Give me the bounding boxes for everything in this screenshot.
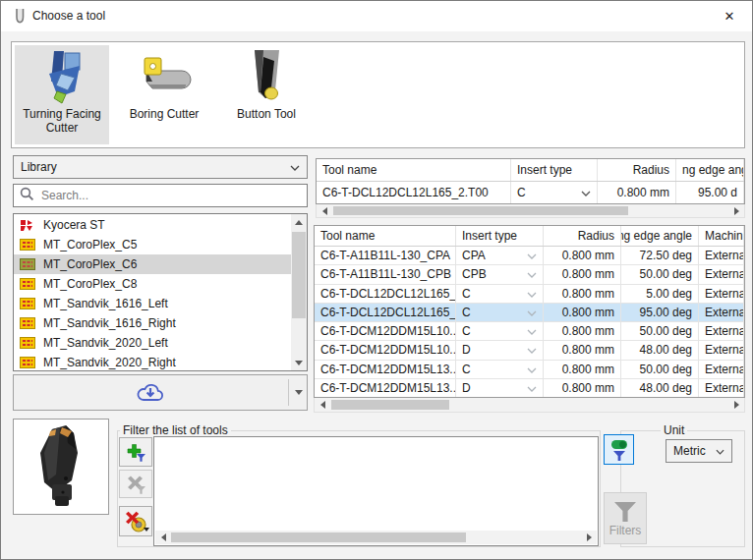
add-filter-button[interactable]	[119, 437, 152, 467]
tool-type-turning-facing-cutter[interactable]: Turning Facing Cutter	[15, 45, 109, 144]
tool-photo	[23, 423, 99, 510]
library-list: Kyocera STMT_CoroPlex_C5MT_CoroPlex_C6MT…	[13, 213, 308, 371]
library-item[interactable]: MT_CoroPlex_C5	[14, 235, 291, 254]
library-dropdown-value: Library	[21, 160, 57, 174]
scrollbar-thumb[interactable]	[331, 400, 449, 410]
column-header[interactable]: Insert type	[511, 159, 598, 181]
library-item[interactable]: MT_Sandvik_2020_Left	[14, 333, 291, 353]
column-header[interactable]: Tool name	[317, 159, 511, 181]
scroll-right-icon[interactable]	[728, 204, 744, 217]
column-header[interactable]: Machin	[699, 226, 744, 246]
column-header[interactable]: Insert type	[456, 226, 544, 246]
tool-type-button-tool[interactable]: Button Tool	[219, 45, 314, 144]
search-placeholder: Search...	[41, 189, 88, 202]
cell-radius: 0.800 mm	[544, 285, 621, 303]
cell-insert-type-dropdown[interactable]: C	[456, 361, 544, 378]
filter-list-hscrollbar[interactable]	[155, 531, 597, 544]
library-item[interactable]: MT_Sandvik_1616_Right	[14, 313, 291, 333]
scroll-down-icon[interactable]	[291, 355, 307, 370]
insert-type-value: D	[462, 381, 471, 395]
library-dropdown[interactable]: Library	[13, 155, 308, 179]
tool-type-panel: Turning Facing CutterBoring CutterButton…	[11, 41, 745, 148]
cell-machining: Externa	[699, 304, 744, 321]
scrollbar-thumb[interactable]	[333, 206, 628, 215]
tools-table-hscrollbar[interactable]	[314, 398, 745, 413]
library-item[interactable]: Kyocera ST	[14, 215, 291, 235]
cell-edge-angle: 5.00 deg	[621, 285, 699, 303]
library-flag-icon	[20, 298, 35, 309]
remove-filter-button[interactable]	[119, 470, 152, 498]
cell-insert-type-dropdown[interactable]: D	[456, 379, 544, 397]
cell-tool-name: C6-T-DCM12DDM15L10...	[315, 322, 456, 340]
filters-button[interactable]: Filters	[604, 492, 647, 544]
insert-type-value: C	[517, 186, 526, 199]
tool-type-boring-cutter[interactable]: Boring Cutter	[117, 45, 211, 144]
tool-row[interactable]: C6-T-DCM12DDM15L13...C0.800 mm50.00 degE…	[315, 361, 744, 379]
chevron-down-icon	[527, 267, 537, 281]
turning-facing-cutter-icon	[34, 49, 89, 104]
cell-radius: 0.800 mm	[598, 182, 676, 203]
toggle-filter-button[interactable]	[604, 434, 634, 465]
table-header-row: Tool nameInsert typeRadiusng edge angleM…	[315, 226, 744, 247]
scroll-left-icon[interactable]	[155, 531, 171, 544]
column-header[interactable]: Radius	[598, 159, 676, 181]
tool-row[interactable]: C6-T-DCL12DCL12L165_2C0.800 mm95.00 degE…	[315, 304, 744, 322]
download-options-arrow[interactable]	[295, 375, 303, 410]
library-item[interactable]: MT_CoroPlex_C8	[14, 274, 291, 294]
cell-insert-type-dropdown[interactable]: C	[456, 285, 544, 303]
column-header[interactable]: Radius	[544, 226, 621, 246]
chevron-down-icon	[527, 343, 537, 357]
search-input[interactable]: Search...	[13, 184, 308, 207]
scroll-right-icon[interactable]	[728, 398, 744, 412]
library-item-label: MT_Sandvik_2020_Right	[43, 356, 176, 369]
clear-filter-options-arrow[interactable]	[144, 528, 149, 534]
tool-row[interactable]: C6-T-DCM12DDM15L10...C0.800 mm50.00 degE…	[315, 322, 744, 341]
library-item-label: MT_CoroPlex_C8	[43, 277, 137, 291]
cell-insert-type-dropdown[interactable]: C	[511, 182, 598, 203]
scrollbar-thumb[interactable]	[171, 532, 466, 542]
search-icon	[20, 187, 34, 204]
tool-row[interactable]: C6-T-DCM12DDM15L13...D0.800 mm48.00 degE…	[315, 379, 744, 398]
cell-tool-name: C6-T-A11B11L-130_CPB	[315, 265, 456, 283]
cell-insert-type-dropdown[interactable]: C	[456, 322, 544, 340]
tool-row[interactable]: C6-T-A11B11L-130_CPACPA0.800 mm72.50 deg…	[315, 247, 744, 265]
cell-tool-name: C6-T-DCM12DDM15L13...	[315, 379, 456, 397]
selected-tool-row[interactable]: C6-T-DCL12DCL12L165_2.T00C0.800 mm95.00 …	[317, 182, 744, 204]
filter-list-area[interactable]	[153, 436, 599, 546]
scroll-up-icon[interactable]	[291, 214, 307, 230]
column-header[interactable]: ng edge ang	[676, 159, 744, 181]
column-header[interactable]: ng edge angle	[621, 226, 699, 246]
download-library-button[interactable]	[13, 374, 308, 411]
library-list-scrollbar[interactable]	[291, 214, 307, 370]
insert-type-value: CPA	[462, 249, 486, 262]
dialog-title: Choose a tool	[32, 1, 105, 31]
scrollbar-thumb[interactable]	[292, 232, 306, 318]
tool-row[interactable]: C6-T-DCL12DCL12L165_1C0.800 mm5.00 degEx…	[315, 285, 744, 304]
cell-machining: Externa	[699, 247, 744, 264]
selected-tool-table-hscrollbar[interactable]	[316, 204, 745, 218]
cell-insert-type-dropdown[interactable]: CPB	[456, 265, 544, 283]
library-item[interactable]: MT_Sandvik_1616_Left	[14, 294, 291, 313]
column-header[interactable]: Tool name	[315, 226, 456, 246]
scroll-right-icon[interactable]	[581, 531, 597, 544]
cell-radius: 0.800 mm	[544, 341, 621, 359]
cell-insert-type-dropdown[interactable]: CPA	[456, 247, 544, 264]
cell-insert-type-dropdown[interactable]: C	[456, 304, 544, 321]
table-header-row: Tool nameInsert typeRadiusng edge ang	[317, 159, 744, 182]
clear-filter-button[interactable]	[119, 506, 152, 536]
library-flag-icon	[20, 278, 35, 290]
insert-type-value: C	[462, 287, 471, 301]
library-item[interactable]: MT_Sandvik_2020_Right	[14, 353, 291, 371]
tool-preview-image	[13, 419, 109, 515]
library-item[interactable]: MT_CoroPlex_C6	[14, 254, 291, 274]
tool-row[interactable]: C6-T-A11B11L-130_CPBCPB0.800 mm50.00 deg…	[315, 265, 744, 284]
cell-insert-type-dropdown[interactable]: D	[456, 341, 544, 359]
tool-row[interactable]: C6-T-DCM12DDM15L10...D0.800 mm48.00 degE…	[315, 341, 744, 360]
cell-machining: Externa	[699, 379, 744, 397]
unit-dropdown[interactable]: Metric	[666, 439, 732, 463]
filter-group-title: Filter the list of tools	[120, 423, 231, 437]
close-icon[interactable]: ✕	[713, 1, 746, 31]
cell-machining: Externa	[699, 285, 744, 303]
scroll-left-icon[interactable]	[317, 204, 332, 217]
scroll-left-icon[interactable]	[315, 398, 330, 412]
